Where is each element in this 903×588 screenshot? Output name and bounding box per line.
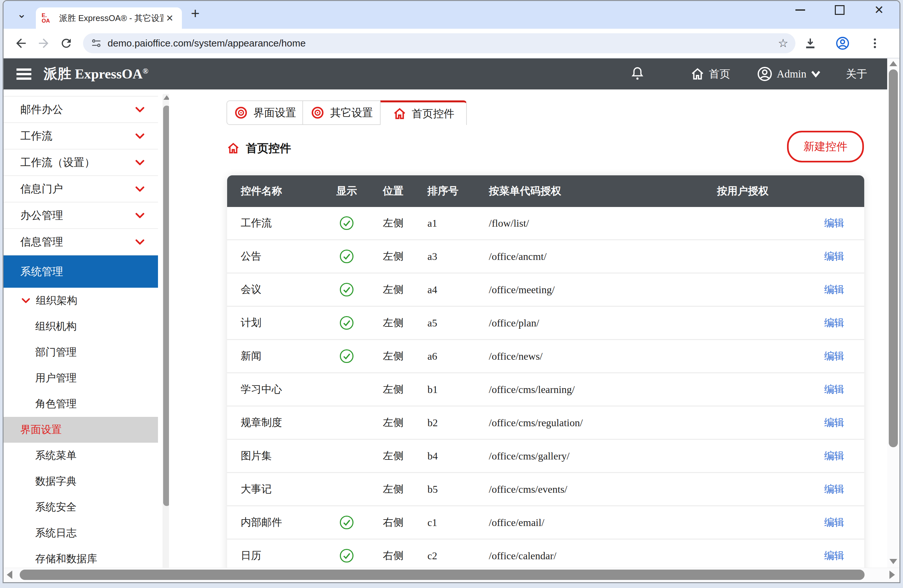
toolbar-right xyxy=(801,34,889,52)
check-circle-icon xyxy=(339,249,354,264)
table-row: 学习中心 左侧 b1 /office/cms/learning/ 编辑 xyxy=(227,372,864,406)
tab-close-icon[interactable]: ✕ xyxy=(164,12,176,25)
url-text[interactable]: demo.paioffice.com/system/appearance/hom… xyxy=(108,38,778,49)
new-widget-button[interactable]: 新建控件 xyxy=(787,131,864,162)
chevron-down-icon xyxy=(135,133,145,139)
settings-tabs: 界面设置 其它设置 xyxy=(227,100,887,125)
browser-window: ⌄ E.OA 派胜 ExpressOA® - 其它设置 ✕ + ✕ xyxy=(3,0,900,583)
sidebar-item-mail[interactable]: 邮件办公 xyxy=(3,97,158,123)
menu-hamburger-icon[interactable] xyxy=(16,66,31,82)
sidebar-item-users[interactable]: 用户管理 xyxy=(3,365,158,391)
sidebar-item-system-security[interactable]: 系统安全 xyxy=(3,494,158,520)
edit-link[interactable]: 编辑 xyxy=(824,251,844,262)
chevron-down-icon xyxy=(22,298,30,303)
table-row: 计划 左侧 a5 /office/plan/ 编辑 xyxy=(227,306,864,339)
profile-icon[interactable] xyxy=(834,34,852,52)
maximize-icon[interactable] xyxy=(835,5,845,15)
scroll-right-arrow-icon[interactable] xyxy=(889,571,895,579)
edit-link[interactable]: 编辑 xyxy=(824,483,844,495)
chevron-down-icon xyxy=(135,107,145,112)
page-vertical-scrollbar[interactable] xyxy=(887,58,900,582)
site-settings-icon[interactable] xyxy=(91,38,102,49)
sidebar-item-data-dictionary[interactable]: 数据字典 xyxy=(3,469,158,494)
browser-tab[interactable]: E.OA 派胜 ExpressOA® - 其它设置 ✕ xyxy=(36,8,182,29)
edit-link[interactable]: 编辑 xyxy=(824,417,844,428)
table-header-row: 控件名称 显示 位置 排序号 按菜单代码授权 按用户授权 xyxy=(227,175,864,207)
target-icon xyxy=(234,105,249,120)
edit-link[interactable]: 编辑 xyxy=(824,350,844,362)
tab-search-icon[interactable]: ⌄ xyxy=(12,4,31,24)
tab-appearance-settings[interactable]: 界面设置 xyxy=(227,100,303,125)
edit-link[interactable]: 编辑 xyxy=(824,450,844,461)
sidebar-item-roles[interactable]: 角色管理 xyxy=(3,391,158,417)
scroll-left-arrow-icon[interactable] xyxy=(7,571,12,579)
table-row: 新闻 左侧 a6 /office/news/ 编辑 xyxy=(227,339,864,372)
chevron-down-icon xyxy=(135,213,145,218)
sidebar-item-workflow-settings[interactable]: 工作流（设置） xyxy=(3,149,158,176)
page-content: 邮件办公 工作流 工作流（设置） 信息门户 xyxy=(3,89,887,582)
page-horizontal-scrollbar[interactable] xyxy=(3,568,900,582)
sidebar-item-workflow[interactable]: 工作流 xyxy=(3,123,158,149)
user-icon xyxy=(757,66,773,82)
minimize-icon[interactable] xyxy=(795,9,805,11)
check-circle-icon xyxy=(339,515,354,530)
sidebar-item-departments[interactable]: 部门管理 xyxy=(3,339,158,365)
address-bar[interactable]: demo.paioffice.com/system/appearance/hom… xyxy=(83,33,795,53)
nav-home[interactable]: 首页 xyxy=(690,66,730,82)
window-controls: ✕ xyxy=(795,4,884,16)
reload-icon[interactable] xyxy=(57,34,75,52)
scroll-up-arrow-icon[interactable] xyxy=(889,61,897,66)
check-circle-icon xyxy=(339,315,354,330)
sidebar-item-portal[interactable]: 信息门户 xyxy=(3,176,158,202)
check-circle-icon xyxy=(339,548,354,563)
web-viewport: 派胜 ExpressOA® 首页 xyxy=(3,58,900,582)
expressoa-favicon-icon: E.OA xyxy=(42,11,55,25)
edit-link[interactable]: 编辑 xyxy=(824,317,844,328)
sidebar-item-org-units[interactable]: 组织机构 xyxy=(3,314,158,339)
table-row: 规章制度 左侧 b2 /office/cms/regulation/ 编辑 xyxy=(227,406,864,439)
edit-link[interactable]: 编辑 xyxy=(824,217,844,229)
back-icon[interactable] xyxy=(12,34,30,52)
nav-about[interactable]: 关于 xyxy=(846,67,867,82)
table-row: 会议 左侧 a4 /office/meeting/ 编辑 xyxy=(227,273,864,306)
sidebar: 邮件办公 工作流 工作流（设置） 信息门户 xyxy=(3,89,169,582)
tab-other-settings[interactable]: 其它设置 xyxy=(303,100,380,125)
tab-title: 派胜 ExpressOA® - 其它设置 xyxy=(59,13,164,24)
chevron-down-icon xyxy=(811,70,821,78)
sidebar-item-appearance[interactable]: 界面设置 xyxy=(3,417,158,443)
sidebar-item-system-logs[interactable]: 系统日志 xyxy=(3,520,158,546)
check-circle-icon xyxy=(339,216,354,230)
edit-link[interactable]: 编辑 xyxy=(824,517,844,528)
sidebar-group-org-structure[interactable]: 组织架构 xyxy=(3,288,158,314)
table-row: 公告 左侧 a3 /office/ancmt/ 编辑 xyxy=(227,239,864,273)
browser-menu-icon[interactable] xyxy=(866,34,884,52)
chevron-down-icon xyxy=(135,160,145,165)
edit-link[interactable]: 编辑 xyxy=(824,284,844,295)
download-icon[interactable] xyxy=(801,34,819,52)
edit-link[interactable]: 编辑 xyxy=(824,384,844,395)
horizontal-scroll-thumb[interactable] xyxy=(20,569,865,580)
check-circle-icon xyxy=(339,282,354,297)
sidebar-item-office-admin[interactable]: 办公管理 xyxy=(3,202,158,229)
bookmark-star-icon[interactable]: ☆ xyxy=(778,36,788,50)
sidebar-item-system-admin[interactable]: 系统管理 xyxy=(3,256,158,288)
brand-logo: 派胜 ExpressOA® xyxy=(44,64,148,83)
home-icon xyxy=(227,141,240,155)
user-menu[interactable]: Admin xyxy=(757,66,824,82)
table-row: 大事记 左侧 b5 /office/cms/events/ 编辑 xyxy=(227,472,864,505)
notifications-bell-icon[interactable] xyxy=(630,66,649,82)
new-tab-button[interactable]: + xyxy=(191,5,200,22)
browser-tab-strip: ⌄ E.OA 派胜 ExpressOA® - 其它设置 ✕ + ✕ xyxy=(3,1,900,29)
scroll-down-arrow-icon[interactable] xyxy=(889,559,897,564)
edit-link[interactable]: 编辑 xyxy=(824,550,844,561)
chevron-down-icon xyxy=(135,186,145,192)
vertical-scroll-thumb[interactable] xyxy=(889,69,898,447)
target-icon xyxy=(310,105,325,120)
window-close-icon[interactable]: ✕ xyxy=(874,4,884,16)
chevron-down-icon xyxy=(135,239,145,245)
sidebar-item-system-menu[interactable]: 系统菜单 xyxy=(3,443,158,469)
tab-home-widgets[interactable]: 首页控件 xyxy=(380,100,467,125)
sidebar-item-info-admin[interactable]: 信息管理 xyxy=(3,229,158,256)
forward-icon[interactable] xyxy=(35,34,53,52)
home-icon xyxy=(393,107,407,121)
